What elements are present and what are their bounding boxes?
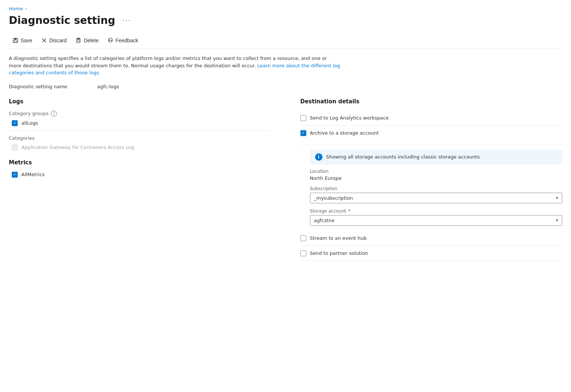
- page-title-row: Diagnostic setting ···: [9, 14, 562, 26]
- setting-name-value: agfc-logs: [97, 84, 119, 89]
- category-groups-info-icon[interactable]: i: [51, 111, 57, 117]
- save-label: Save: [21, 38, 32, 43]
- info-banner-icon: i: [315, 153, 322, 161]
- svg-rect-6: [76, 39, 81, 39]
- svg-point-12: [111, 40, 112, 41]
- category-divider: [9, 131, 271, 131]
- metrics-section: Metrics AllMetrics: [9, 159, 271, 178]
- subscription-value: _mysubscription: [314, 195, 353, 201]
- location-label: Location: [310, 169, 563, 174]
- setting-name-row: Diagnostic setting name agfc-logs: [9, 84, 562, 89]
- more-options-button[interactable]: ···: [120, 15, 134, 26]
- location-value: North Europe: [310, 175, 563, 181]
- svg-rect-5: [77, 38, 80, 39]
- categories-label: Categories: [9, 135, 271, 141]
- storage-section: i Showing all storage accounts including…: [300, 150, 563, 226]
- destination-section-title: Destination details: [300, 98, 563, 105]
- log-analytics-checkbox[interactable]: [300, 115, 306, 121]
- discard-label: Discard: [49, 38, 67, 43]
- discard-icon: [41, 38, 47, 43]
- delete-label: Delete: [84, 38, 98, 43]
- storage-account-required-star: *: [348, 209, 350, 214]
- subscription-label: Subscription: [310, 186, 563, 191]
- partner-solution-checkbox[interactable]: [300, 250, 306, 256]
- breadcrumb-separator: ›: [25, 6, 27, 11]
- save-button[interactable]: Save: [9, 35, 36, 46]
- save-icon: [13, 38, 18, 43]
- setting-name-label: Diagnostic setting name: [9, 84, 68, 89]
- feedback-label: Feedback: [116, 38, 138, 43]
- metrics-section-title: Metrics: [9, 159, 271, 166]
- event-hub-checkbox[interactable]: [300, 235, 306, 241]
- log-analytics-row: Send to Log Analytics workspace: [300, 111, 563, 126]
- page-title: Diagnostic setting: [9, 14, 115, 26]
- main-content: Logs Category groups i allLogs Categorie…: [9, 98, 562, 261]
- logs-section: Logs Category groups i allLogs Categorie…: [9, 98, 271, 150]
- storage-account-field-group: Storage account * agfcstne ▾: [310, 209, 563, 226]
- category-groups-label: Category groups i: [9, 111, 271, 117]
- storage-account-chevron-icon: ▾: [556, 218, 558, 223]
- storage-account-select[interactable]: agfcstne ▾: [310, 215, 563, 226]
- all-metrics-row: AllMetrics: [12, 172, 271, 178]
- subscription-chevron-icon: ▾: [556, 195, 558, 200]
- partner-solution-label: Send to partner solution: [310, 250, 368, 256]
- description-text: A diagnostic setting specifies a list of…: [9, 55, 340, 76]
- allLogs-label: allLogs: [21, 120, 38, 126]
- svg-rect-1: [14, 38, 17, 40]
- svg-line-13: [109, 39, 110, 39]
- toolbar: Save Discard Delete: [9, 32, 562, 49]
- all-metrics-label: AllMetrics: [21, 172, 45, 177]
- subscription-field-group: Subscription _mysubscription ▾: [310, 186, 563, 203]
- app-gateway-row: Application Gateway for Containers Acces…: [12, 145, 271, 150]
- archive-storage-label: Archive to a storage account: [310, 130, 379, 136]
- allLogs-checkbox[interactable]: [12, 120, 18, 126]
- storage-account-value: agfcstne: [314, 218, 335, 223]
- feedback-button[interactable]: Feedback: [104, 35, 142, 46]
- svg-rect-2: [14, 40, 17, 42]
- categories-section: Categories Application Gateway for Conta…: [9, 135, 271, 150]
- left-panel: Logs Category groups i allLogs Categorie…: [9, 98, 286, 261]
- archive-storage-checkbox[interactable]: [300, 130, 306, 136]
- info-banner-text: Showing all storage accounts including c…: [326, 154, 480, 160]
- logs-section-title: Logs: [9, 98, 271, 105]
- event-hub-row: Stream to an event hub: [300, 231, 563, 246]
- partner-solution-row: Send to partner solution: [300, 246, 563, 261]
- discard-button[interactable]: Discard: [38, 35, 70, 46]
- app-gateway-checkbox: [12, 145, 18, 150]
- location-field-group: Location North Europe: [310, 169, 563, 181]
- info-banner: i Showing all storage accounts including…: [310, 150, 563, 164]
- breadcrumb-home[interactable]: Home: [9, 6, 23, 11]
- storage-account-label: Storage account *: [310, 209, 563, 214]
- archive-divider: [300, 145, 563, 145]
- breadcrumb: Home ›: [9, 6, 562, 11]
- delete-button[interactable]: Delete: [72, 35, 102, 46]
- delete-icon: [75, 38, 81, 43]
- event-hub-label: Stream to an event hub: [310, 235, 367, 241]
- log-analytics-label: Send to Log Analytics workspace: [310, 115, 389, 121]
- all-metrics-checkbox[interactable]: [12, 172, 18, 178]
- feedback-icon: [107, 38, 113, 43]
- allLogs-row: allLogs: [12, 120, 271, 126]
- app-gateway-label: Application Gateway for Containers Acces…: [21, 145, 134, 150]
- subscription-select[interactable]: _mysubscription ▾: [310, 193, 563, 203]
- right-panel: Destination details Send to Log Analytic…: [286, 98, 563, 261]
- svg-rect-7: [77, 39, 80, 43]
- svg-point-11: [109, 40, 110, 41]
- archive-storage-row: Archive to a storage account: [300, 126, 563, 140]
